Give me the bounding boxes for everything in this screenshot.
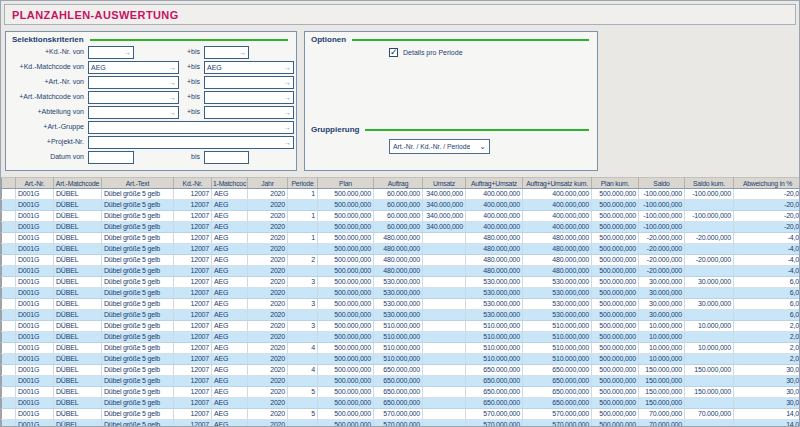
- table-row[interactable]: D001GDÜBELDübel größe 5 gelb12007AEG2020…: [2, 310, 800, 321]
- table-row[interactable]: D001GDÜBELDübel größe 5 gelb12007AEG2020…: [2, 222, 800, 233]
- row-selector[interactable]: [2, 376, 16, 387]
- row-selector[interactable]: [2, 233, 16, 244]
- table-row[interactable]: D001GDÜBELDübel größe 5 gelb12007AEG2020…: [2, 244, 800, 255]
- table-row[interactable]: D001GDÜBELDübel größe 5 gelb12007AEG2020…: [2, 365, 800, 376]
- field-kd-matchcode-von-von[interactable]: AEG→: [88, 61, 179, 74]
- col-header-periode[interactable]: Periode: [288, 178, 318, 189]
- row-selector[interactable]: [2, 255, 16, 266]
- col-header-umsatz[interactable]: Umsatz: [423, 178, 466, 189]
- field-kd-nr-von-von[interactable]: →: [88, 46, 134, 59]
- cell-auftrag: 480.000,000: [374, 244, 423, 255]
- lookup-arrow-icon[interactable]: →: [124, 47, 131, 58]
- table-row[interactable]: D001GDÜBELDübel größe 5 gelb12007AEG2020…: [2, 376, 800, 387]
- lookup-arrow-icon[interactable]: →: [284, 62, 291, 73]
- col-header-saldo[interactable]: Saldo: [639, 178, 685, 189]
- col-header-abweichung-in-[interactable]: Abweichung in %: [734, 178, 800, 189]
- field-art-matchcode-von-von[interactable]: →: [88, 91, 179, 104]
- lookup-arrow-icon[interactable]: →: [284, 77, 291, 88]
- row-selector[interactable]: [2, 266, 16, 277]
- row-selector[interactable]: [2, 354, 16, 365]
- lookup-arrow-icon[interactable]: →: [239, 47, 246, 58]
- cell-art-text: Dübel größe 5 gelb: [102, 277, 174, 288]
- gruppierung-select[interactable]: Art.-Nr. / Kd.-Nr. / Periode ⌄: [389, 139, 490, 154]
- row-selector[interactable]: [2, 310, 16, 321]
- cell-auftragumsatz-kum: 530.000,000: [523, 310, 592, 321]
- table-row[interactable]: D001GDÜBELDübel größe 5 gelb12007AEG2020…: [2, 321, 800, 332]
- table-row[interactable]: D001GDÜBELDübel größe 5 gelb12007AEG2020…: [2, 343, 800, 354]
- cell-periode: 1: [288, 189, 318, 200]
- details-pro-periode-checkbox[interactable]: ✓: [389, 48, 398, 57]
- field-datum-von-von[interactable]: [88, 151, 134, 164]
- lookup-arrow-icon[interactable]: →: [284, 107, 291, 118]
- col-header-kd-nr[interactable]: Kd.-Nr.: [174, 178, 212, 189]
- field-art-nr-von-bis[interactable]: →: [204, 76, 294, 89]
- row-selector[interactable]: [2, 321, 16, 332]
- col-header-saldo-kum[interactable]: Saldo kum.: [685, 178, 734, 189]
- col-header-art-matchcode[interactable]: Art.-Matchcode: [54, 178, 102, 189]
- table-row[interactable]: D001GDÜBELDübel größe 5 gelb12007AEG2020…: [2, 332, 800, 343]
- cell-art-text: Dübel größe 5 gelb: [102, 365, 174, 376]
- col-header-art-nr[interactable]: Art.-Nr.: [16, 178, 54, 189]
- table-row[interactable]: D001GDÜBELDübel größe 5 gelb12007AEG2020…: [2, 189, 800, 200]
- lookup-arrow-icon[interactable]: →: [284, 122, 291, 133]
- row-selector[interactable]: [2, 343, 16, 354]
- field-abteilung-von-bis[interactable]: →: [204, 106, 294, 119]
- lookup-arrow-icon[interactable]: →: [284, 137, 291, 148]
- table-row[interactable]: D001GDÜBELDübel größe 5 gelb12007AEG2020…: [2, 266, 800, 277]
- col-header-plan-kum[interactable]: Plan kum.: [592, 178, 639, 189]
- cell-umsatz: [423, 299, 466, 310]
- field-kd-matchcode-von-bis[interactable]: AEG→: [204, 61, 294, 74]
- table-row[interactable]: D001GDÜBELDübel größe 5 gelb12007AEG2020…: [2, 398, 800, 409]
- row-selector[interactable]: [2, 332, 16, 343]
- field-datum-von-bis[interactable]: [204, 151, 249, 164]
- row-selector[interactable]: [2, 277, 16, 288]
- col-header-plan[interactable]: Plan: [318, 178, 374, 189]
- row-selector[interactable]: [2, 420, 16, 427]
- row-selector[interactable]: [2, 200, 16, 211]
- col-header-art-text[interactable]: Art.-Text: [102, 178, 174, 189]
- cell-auftragumsatz: 480.000,000: [466, 266, 523, 277]
- row-selector[interactable]: [2, 365, 16, 376]
- field-art-gruppe[interactable]: →: [88, 121, 294, 134]
- table-row[interactable]: D001GDÜBELDübel größe 5 gelb12007AEG2020…: [2, 409, 800, 420]
- field-projekt-nr[interactable]: →: [88, 136, 294, 149]
- table-row[interactable]: D001GDÜBELDübel größe 5 gelb12007AEG2020…: [2, 200, 800, 211]
- cell-1-matchcoc: AEG: [212, 266, 248, 277]
- row-selector[interactable]: [2, 222, 16, 233]
- table-row[interactable]: D001GDÜBELDübel größe 5 gelb12007AEG2020…: [2, 387, 800, 398]
- col-header-auftragumsatz[interactable]: Auftrag+Umsatz: [466, 178, 523, 189]
- row-selector[interactable]: [2, 211, 16, 222]
- row-selector[interactable]: [2, 244, 16, 255]
- cell-art-nr: D001G: [16, 409, 54, 420]
- row-selector[interactable]: [2, 299, 16, 310]
- row-selector[interactable]: [2, 288, 16, 299]
- table-row[interactable]: D001GDÜBELDübel größe 5 gelb12007AEG2020…: [2, 420, 800, 427]
- field-art-matchcode-von-bis[interactable]: →: [204, 91, 294, 104]
- table-row[interactable]: D001GDÜBELDübel größe 5 gelb12007AEG2020…: [2, 299, 800, 310]
- table-row[interactable]: D001GDÜBELDübel größe 5 gelb12007AEG2020…: [2, 255, 800, 266]
- col-header-1-matchcoc[interactable]: 1-Matchcoc: [212, 178, 248, 189]
- table-row[interactable]: D001GDÜBELDübel größe 5 gelb12007AEG2020…: [2, 288, 800, 299]
- col-header-jahr[interactable]: Jahr: [248, 178, 288, 189]
- cell-auftragumsatz: 570.000,000: [466, 420, 523, 427]
- table-row[interactable]: D001GDÜBELDübel größe 5 gelb12007AEG2020…: [2, 277, 800, 288]
- lookup-arrow-icon[interactable]: →: [284, 92, 291, 103]
- field-kd-nr-von-bis[interactable]: →: [204, 46, 249, 59]
- table-row[interactable]: D001GDÜBELDübel größe 5 gelb12007AEG2020…: [2, 354, 800, 365]
- col-header-auftrag[interactable]: Auftrag: [374, 178, 423, 189]
- row-selector[interactable]: [2, 398, 16, 409]
- field-art-nr-von-von[interactable]: →: [88, 76, 179, 89]
- table-row[interactable]: D001GDÜBELDübel größe 5 gelb12007AEG2020…: [2, 233, 800, 244]
- cell-saldo-kum: [685, 288, 734, 299]
- cell-plan: 500.000,000: [318, 266, 374, 277]
- cell-saldo-kum: [685, 398, 734, 409]
- col-header-auftragumsatz-kum[interactable]: Auftrag+Umsatz kum.: [523, 178, 592, 189]
- table-row[interactable]: D001GDÜBELDübel größe 5 gelb12007AEG2020…: [2, 211, 800, 222]
- cell-art-nr: D001G: [16, 189, 54, 200]
- row-selector[interactable]: [2, 189, 16, 200]
- cell-1-matchcoc: AEG: [212, 189, 248, 200]
- row-selector[interactable]: [2, 409, 16, 420]
- cell-auftragumsatz: 510.000,000: [466, 332, 523, 343]
- field-abteilung-von-von[interactable]: →: [88, 106, 179, 119]
- row-selector[interactable]: [2, 387, 16, 398]
